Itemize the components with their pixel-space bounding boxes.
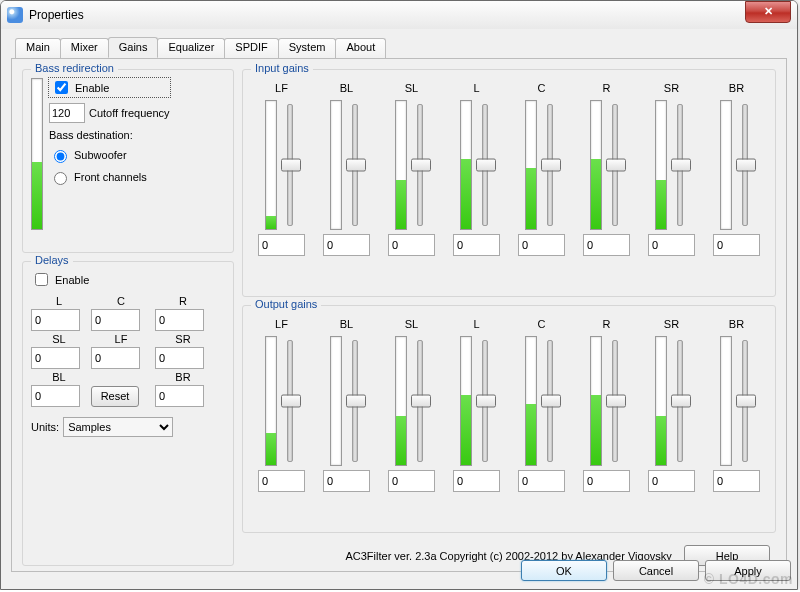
delay-input-SL[interactable] bbox=[31, 347, 80, 369]
output-channel-R: R bbox=[576, 318, 637, 492]
input-meter-L bbox=[460, 100, 472, 230]
input-value-input-BR[interactable] bbox=[713, 234, 760, 256]
output-value-input-C[interactable] bbox=[518, 470, 565, 492]
output-channel-C: C bbox=[511, 318, 572, 492]
input-value-input-L[interactable] bbox=[453, 234, 500, 256]
tab-mixer[interactable]: Mixer bbox=[60, 38, 109, 59]
apply-button[interactable]: Apply bbox=[705, 560, 791, 581]
delay-input-BR[interactable] bbox=[155, 385, 204, 407]
legend-bass: Bass redirection bbox=[31, 62, 118, 74]
delay-input-LF[interactable] bbox=[91, 347, 140, 369]
input-meter-SL bbox=[395, 100, 407, 230]
input-channel-label-SL: SL bbox=[405, 82, 418, 96]
delay-label-LF: LF bbox=[91, 333, 151, 345]
input-value-input-SL[interactable] bbox=[388, 234, 435, 256]
input-slider-LF[interactable] bbox=[281, 100, 299, 230]
input-meter-C bbox=[525, 100, 537, 230]
output-channel-label-BL: BL bbox=[340, 318, 353, 332]
input-channel-R: R bbox=[576, 82, 637, 256]
input-slider-R[interactable] bbox=[606, 100, 624, 230]
group-input-gains: Input gains LFBLSLLCRSRBR bbox=[242, 69, 776, 297]
output-slider-BL[interactable] bbox=[346, 336, 364, 466]
delay-input-R[interactable] bbox=[155, 309, 204, 331]
output-value-input-L[interactable] bbox=[453, 470, 500, 492]
bass-enable-label: Enable bbox=[75, 82, 109, 94]
output-slider-LF[interactable] bbox=[281, 336, 299, 466]
output-meter-SL bbox=[395, 336, 407, 466]
output-slider-SL[interactable] bbox=[411, 336, 429, 466]
output-slider-SR[interactable] bbox=[671, 336, 689, 466]
output-value-input-BR[interactable] bbox=[713, 470, 760, 492]
input-meter-BR bbox=[720, 100, 732, 230]
input-channel-SL: SL bbox=[381, 82, 442, 256]
bass-dest-subwoofer[interactable]: Subwoofer bbox=[49, 147, 170, 163]
delay-label-R: R bbox=[155, 295, 211, 307]
output-value-input-SL[interactable] bbox=[388, 470, 435, 492]
output-slider-BR[interactable] bbox=[736, 336, 754, 466]
delay-label-BR: BR bbox=[155, 371, 211, 383]
output-value-input-BL[interactable] bbox=[323, 470, 370, 492]
input-slider-SR[interactable] bbox=[671, 100, 689, 230]
delay-units-select[interactable]: Samples bbox=[63, 417, 173, 437]
input-value-input-C[interactable] bbox=[518, 234, 565, 256]
delays-reset-button[interactable]: Reset bbox=[91, 386, 139, 407]
legend-input-gains: Input gains bbox=[251, 62, 313, 74]
output-value-input-SR[interactable] bbox=[648, 470, 695, 492]
input-channel-label-SR: SR bbox=[664, 82, 679, 96]
tab-equalizer[interactable]: Equalizer bbox=[157, 38, 225, 59]
cancel-button[interactable]: Cancel bbox=[613, 560, 699, 581]
titlebar[interactable]: Properties ✕ bbox=[1, 1, 797, 30]
output-channel-label-SL: SL bbox=[405, 318, 418, 332]
input-channel-label-BL: BL bbox=[340, 82, 353, 96]
delays-enable-checkbox[interactable]: Enable bbox=[31, 270, 225, 289]
window: Properties ✕ MainMixerGainsEqualizerSPDI… bbox=[0, 0, 798, 590]
delay-units-label: Units: bbox=[31, 421, 59, 433]
output-channel-LF: LF bbox=[251, 318, 312, 492]
input-meter-BL bbox=[330, 100, 342, 230]
cutoff-frequency-input[interactable] bbox=[49, 103, 85, 123]
ok-button[interactable]: OK bbox=[521, 560, 607, 581]
cutoff-frequency-label: Cutoff frequency bbox=[89, 107, 170, 119]
delay-label-L: L bbox=[31, 295, 87, 307]
delay-label-SR: SR bbox=[155, 333, 211, 345]
bass-dest-front[interactable]: Front channels bbox=[49, 169, 170, 185]
output-channel-label-SR: SR bbox=[664, 318, 679, 332]
output-channel-BR: BR bbox=[706, 318, 767, 492]
close-button[interactable]: ✕ bbox=[745, 1, 791, 23]
tab-spdif[interactable]: SPDIF bbox=[224, 38, 278, 59]
tab-gains[interactable]: Gains bbox=[108, 37, 159, 58]
input-value-input-R[interactable] bbox=[583, 234, 630, 256]
legend-delays: Delays bbox=[31, 254, 73, 266]
tab-about[interactable]: About bbox=[335, 38, 386, 59]
output-slider-L[interactable] bbox=[476, 336, 494, 466]
input-slider-SL[interactable] bbox=[411, 100, 429, 230]
input-slider-L[interactable] bbox=[476, 100, 494, 230]
bass-level-meter bbox=[31, 78, 43, 230]
tab-page-gains: Bass redirection Enable bbox=[11, 58, 787, 572]
tab-main[interactable]: Main bbox=[15, 38, 61, 59]
output-meter-SR bbox=[655, 336, 667, 466]
group-bass-redirect: Bass redirection Enable bbox=[22, 69, 234, 253]
tab-system[interactable]: System bbox=[278, 38, 337, 59]
bass-enable-checkbox[interactable]: Enable bbox=[49, 78, 170, 97]
input-channel-BR: BR bbox=[706, 82, 767, 256]
output-value-input-LF[interactable] bbox=[258, 470, 305, 492]
input-slider-BR[interactable] bbox=[736, 100, 754, 230]
window-title: Properties bbox=[29, 8, 745, 22]
output-slider-C[interactable] bbox=[541, 336, 559, 466]
input-value-input-LF[interactable] bbox=[258, 234, 305, 256]
output-slider-R[interactable] bbox=[606, 336, 624, 466]
input-slider-BL[interactable] bbox=[346, 100, 364, 230]
delay-input-C[interactable] bbox=[91, 309, 140, 331]
delay-input-SR[interactable] bbox=[155, 347, 204, 369]
input-slider-C[interactable] bbox=[541, 100, 559, 230]
output-value-input-R[interactable] bbox=[583, 470, 630, 492]
input-channel-label-LF: LF bbox=[275, 82, 288, 96]
delay-input-L[interactable] bbox=[31, 309, 80, 331]
delay-input-BL[interactable] bbox=[31, 385, 80, 407]
delay-label-SL: SL bbox=[31, 333, 87, 345]
input-value-input-BL[interactable] bbox=[323, 234, 370, 256]
output-channel-SR: SR bbox=[641, 318, 702, 492]
input-meter-LF bbox=[265, 100, 277, 230]
input-value-input-SR[interactable] bbox=[648, 234, 695, 256]
